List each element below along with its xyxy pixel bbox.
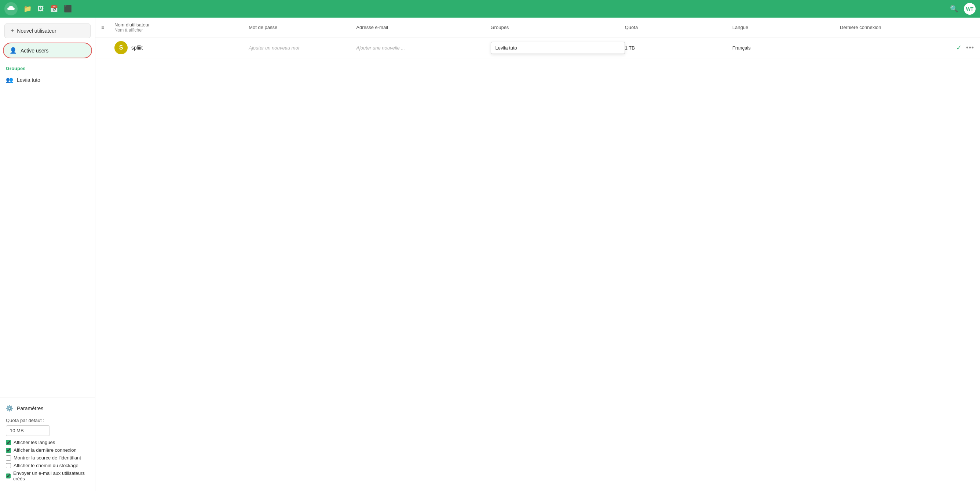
col-header-username: Nom d'utilisateur Nom à afficher <box>115 22 249 33</box>
more-actions-button[interactable]: ••• <box>966 44 974 52</box>
checkbox-show-languages-input[interactable] <box>6 440 11 445</box>
main-content: ≡ Nom d'utilisateur Nom à afficher Mot d… <box>95 18 980 491</box>
sidebar: + Nouvel utilisateur 👤 Active users Grou… <box>0 18 95 491</box>
new-user-button[interactable]: + Nouvel utilisateur <box>5 24 91 38</box>
username-cell: S spliiit <box>115 41 249 54</box>
search-icon[interactable]: 🔍 <box>950 5 958 13</box>
calendar-icon[interactable]: 📅 <box>50 5 58 13</box>
active-users-label: Active users <box>21 48 48 54</box>
topbar-left: 📁 🖼 📅 ⬛ <box>5 2 72 15</box>
topbar-right: 🔍 WT <box>950 3 975 15</box>
groups-cell[interactable]: Leviia tuto <box>491 42 625 54</box>
sidebar-item-active-users[interactable]: 👤 Active users <box>3 43 92 58</box>
plus-icon: + <box>11 27 14 34</box>
group-name: Leviia tuto <box>17 77 40 83</box>
checkbox-show-last-login-label: Afficher la dernière connexion <box>14 447 76 453</box>
table-row: S spliiit Ajouter un nouveau mot Ajouter… <box>95 37 980 58</box>
nextcloud-logo[interactable] <box>5 2 18 15</box>
checkbox-show-last-login-input[interactable] <box>6 448 11 453</box>
user-avatar: S <box>115 41 127 54</box>
email-cell[interactable]: Ajouter une nouvelle ... <box>356 45 490 51</box>
col-toggle: ≡ <box>101 25 115 30</box>
checkbox-show-languages: Afficher les langues <box>6 440 89 445</box>
checkmark-icon: ✓ <box>956 44 962 52</box>
language-cell[interactable]: Français <box>732 45 840 51</box>
group-selected: Leviia tuto <box>495 45 517 51</box>
quota-cell[interactable]: 1 TB <box>625 45 732 51</box>
checkbox-send-email-label: Envoyer un e-mail aux utilisateurs créés <box>13 470 89 481</box>
hamburger-icon[interactable]: ≡ <box>101 25 104 30</box>
sidebar-bottom: ⚙️ Paramètres Quota par défaut : Affiche… <box>0 397 95 491</box>
checkbox-send-email: Envoyer un e-mail aux utilisateurs créés <box>6 470 89 481</box>
checkbox-show-source-input[interactable] <box>6 455 11 461</box>
checkbox-show-source: Montrer la source de l'identifiant <box>6 455 89 461</box>
stack-icon[interactable]: ⬛ <box>64 5 72 13</box>
quota-default-label: Quota par défaut : <box>6 418 89 423</box>
table-header: ≡ Nom d'utilisateur Nom à afficher Mot d… <box>95 18 980 37</box>
checkbox-show-storage-path: Afficher le chemin du stockage <box>6 463 89 468</box>
checkbox-show-storage-path-input[interactable] <box>6 463 11 468</box>
last-login-cell: ✓ ••• <box>840 44 974 52</box>
checkbox-show-source-label: Montrer la source de l'identifiant <box>14 455 81 461</box>
col-header-password: Mot de passe <box>249 25 356 30</box>
col-header-language: Langue <box>732 25 840 30</box>
group-icon: 👥 <box>6 77 13 83</box>
password-cell[interactable]: Ajouter un nouveau mot <box>249 45 356 51</box>
checkbox-show-languages-label: Afficher les langues <box>14 440 55 445</box>
sidebar-item-leviia-tuto[interactable]: 👥 Leviia tuto <box>0 73 95 86</box>
groups-section-label: Groupes <box>0 60 95 73</box>
col-header-groups: Groupes <box>491 25 625 30</box>
groups-dropdown: Leviia tuto <box>491 42 625 54</box>
main-layout: + Nouvel utilisateur 👤 Active users Grou… <box>0 18 980 491</box>
settings-section: Quota par défaut : Afficher les langues … <box>0 414 95 486</box>
image-icon[interactable]: 🖼 <box>37 5 44 13</box>
checkbox-send-email-input[interactable] <box>6 473 11 478</box>
params-item[interactable]: ⚙️ Paramètres <box>0 402 95 414</box>
params-label: Paramètres <box>17 405 43 411</box>
quota-default-input[interactable] <box>6 425 50 436</box>
avatar[interactable]: WT <box>964 3 975 15</box>
gear-icon: ⚙️ <box>6 405 13 412</box>
new-user-label: Nouvel utilisateur <box>17 28 56 34</box>
col-header-email: Adresse e-mail <box>356 25 490 30</box>
active-users-icon: 👤 <box>10 47 17 54</box>
username-text: spliiit <box>131 45 143 51</box>
col-header-quota: Quota <box>625 25 732 30</box>
checkbox-show-storage-path-label: Afficher le chemin du stockage <box>14 463 78 468</box>
topbar: 📁 🖼 📅 ⬛ 🔍 WT <box>0 0 980 18</box>
col-header-last-login: Dernière connexion <box>840 25 974 30</box>
checkbox-show-last-login: Afficher la dernière connexion <box>6 447 89 453</box>
folder-icon[interactable]: 📁 <box>24 5 32 13</box>
